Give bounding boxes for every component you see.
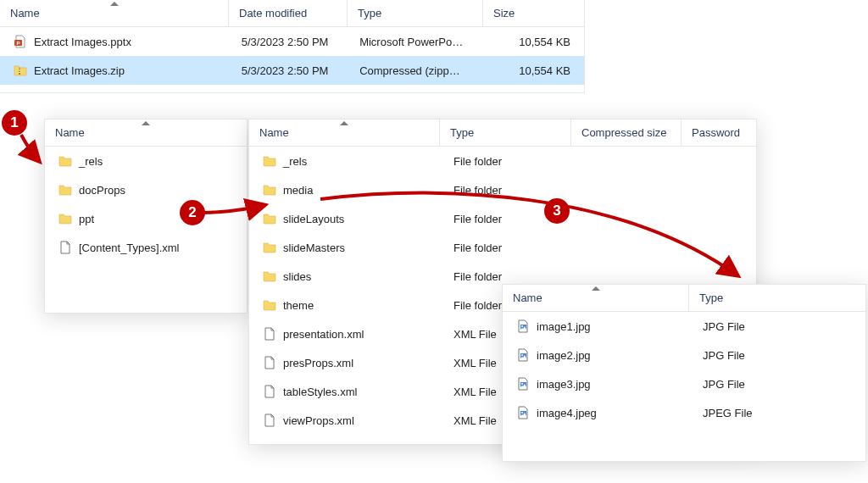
explorer-media-folder: Name Type image1.jpgJPG Fileimage2.jpgJP…	[502, 284, 866, 462]
img-icon	[516, 319, 530, 333]
list-item[interactable]: image2.jpgJPG File	[503, 341, 865, 369]
zip-icon	[14, 64, 27, 77]
column-header-type[interactable]: Type	[689, 285, 842, 311]
svg-rect-3	[19, 69, 20, 69]
file-name: image2.jpg	[537, 349, 591, 362]
step-number: 2	[188, 204, 196, 221]
file-name: media	[283, 184, 313, 197]
step-badge-1: 1	[2, 110, 27, 136]
file-type: JPG File	[694, 320, 847, 333]
file-name: slides	[283, 270, 311, 283]
file-name: slideMasters	[283, 242, 345, 254]
file-list: _relsdocPropsppt[Content_Types].xml	[45, 147, 247, 262]
column-header-type[interactable]: Type	[440, 119, 571, 146]
file-type: JPEG File	[694, 407, 847, 419]
folder-icon	[58, 183, 72, 197]
file-name: ppt	[79, 213, 94, 225]
folder-icon	[263, 183, 276, 197]
folder-icon	[263, 298, 276, 312]
list-item[interactable]: [Content_Types].xml	[45, 233, 247, 262]
img-icon	[516, 348, 530, 362]
file-name: docProps	[79, 184, 125, 197]
svg-point-11	[521, 383, 523, 385]
step-number: 3	[553, 203, 560, 219]
file-name: _rels	[79, 155, 103, 168]
list-item[interactable]: image1.jpgJPG File	[503, 312, 865, 341]
column-label: Type	[450, 126, 474, 139]
file-name: tableStyles.xml	[283, 386, 357, 398]
column-header-name[interactable]: Name	[503, 285, 689, 311]
column-header-name[interactable]: Name	[0, 0, 229, 26]
file-list: PExtract Images.pptx5/3/2023 2:50 PMMicr…	[0, 27, 584, 85]
svg-rect-4	[19, 70, 20, 71]
column-header-size[interactable]: Size	[483, 0, 576, 26]
step-badge-2: 2	[180, 200, 205, 225]
file-size: 10,554 KB	[486, 64, 579, 77]
file-type: File folder	[445, 270, 576, 283]
file-name: presProps.xml	[283, 357, 353, 369]
file-list: image1.jpgJPG Fileimage2.jpgJPG Fileimag…	[503, 312, 865, 427]
file-type: JPG File	[694, 349, 847, 362]
pptx-icon: P	[14, 35, 27, 48]
list-item[interactable]: ppt	[45, 204, 247, 233]
file-name: _rels	[283, 155, 307, 168]
folder-icon	[263, 241, 276, 254]
list-item[interactable]: _relsFile folder	[249, 147, 756, 175]
column-header-compressed[interactable]: Compressed size	[571, 119, 682, 146]
svg-point-9	[521, 354, 523, 356]
svg-point-13	[521, 412, 523, 414]
file-name: image3.jpg	[537, 378, 591, 391]
list-item[interactable]: image3.jpgJPG File	[503, 369, 865, 398]
column-header-name[interactable]: Name	[45, 119, 247, 146]
folder-icon	[58, 154, 72, 168]
list-item[interactable]: slideMastersFile folder	[249, 233, 756, 262]
sort-ascending-icon	[592, 286, 600, 291]
file-date: 5/3/2023 2:50 PM	[233, 64, 351, 77]
step-number: 1	[10, 114, 18, 131]
column-label: Type	[358, 7, 381, 19]
column-label: Name	[55, 126, 85, 139]
file-type: JPG File	[694, 378, 847, 391]
file-name: Extract Images.zip	[34, 64, 125, 77]
step-badge-3: 3	[544, 198, 570, 224]
list-item[interactable]: _rels	[45, 147, 247, 175]
explorer-main: Name Date modified Type Size PExtract Im…	[0, 0, 585, 93]
sort-ascending-icon	[110, 2, 119, 6]
file-name: image4.jpeg	[537, 407, 597, 419]
column-header-type[interactable]: Type	[348, 0, 483, 26]
file-name: image1.jpg	[537, 320, 591, 333]
file-name: viewProps.xml	[283, 414, 354, 427]
file-icon	[263, 385, 276, 398]
list-item[interactable]: PExtract Images.pptx5/3/2023 2:50 PMMicr…	[0, 27, 584, 56]
file-name: slideLayouts	[283, 213, 344, 225]
file-name: Extract Images.pptx	[34, 36, 131, 48]
folder-icon	[263, 154, 276, 168]
column-header-row: Name Type	[503, 285, 865, 312]
file-icon	[263, 414, 276, 427]
column-header-date[interactable]: Date modified	[229, 0, 348, 26]
column-header-row: Name Date modified Type Size	[0, 0, 584, 27]
list-item[interactable]: docProps	[45, 175, 247, 204]
svg-rect-5	[19, 72, 20, 73]
file-type: File folder	[445, 155, 576, 168]
column-header-password[interactable]: Password	[682, 119, 749, 146]
column-header-name[interactable]: Name	[249, 119, 440, 146]
file-name: theme	[283, 299, 314, 312]
list-item[interactable]: mediaFile folder	[249, 175, 756, 204]
column-label: Size	[493, 7, 515, 19]
list-item[interactable]: Extract Images.zip5/3/2023 2:50 PMCompre…	[0, 56, 584, 85]
sort-ascending-icon	[340, 121, 348, 125]
file-type: Microsoft PowerPo…	[351, 36, 486, 48]
column-label: Name	[259, 126, 289, 139]
column-label: Name	[10, 7, 40, 19]
file-icon	[58, 241, 72, 254]
list-item[interactable]: image4.jpegJPEG File	[503, 398, 865, 427]
img-icon	[516, 406, 530, 419]
file-type: File folder	[445, 184, 576, 197]
img-icon	[516, 377, 530, 391]
file-date: 5/3/2023 2:50 PM	[233, 36, 351, 48]
svg-point-7	[521, 325, 523, 327]
list-item[interactable]: slideLayoutsFile folder	[249, 204, 756, 233]
file-icon	[263, 327, 276, 341]
svg-text:P: P	[16, 41, 19, 46]
